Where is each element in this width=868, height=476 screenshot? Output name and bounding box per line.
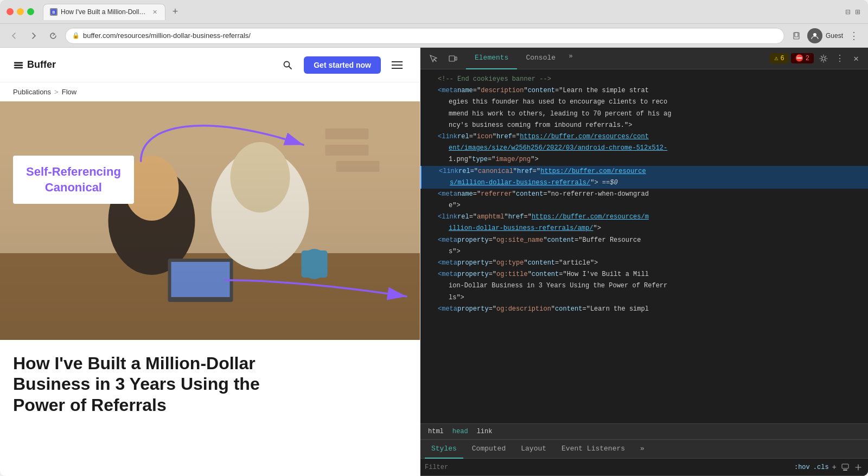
warning-count: 6 bbox=[781, 55, 784, 62]
more-options-icon[interactable]: ⋮ bbox=[846, 28, 861, 43]
filter-options: :hov .cls + bbox=[794, 463, 837, 472]
hero-image-simulation: Self-ReferencingCanonical bbox=[0, 101, 420, 340]
amphtml-href-link[interactable]: https://buffer.com/resources/m bbox=[532, 212, 649, 222]
tab-close-button[interactable]: ✕ bbox=[151, 8, 158, 16]
maximize-traffic-light[interactable] bbox=[27, 8, 34, 15]
device-toolbar-tool[interactable] bbox=[444, 50, 462, 67]
website-panel: Buffer Get started now Publications > Fl… bbox=[0, 48, 420, 476]
devtools-header-right: ⚠ 6 ⛔ 2 ⋮ ✕ bbox=[765, 51, 868, 66]
canonical-code-line: <link rel="canonical" href="https://buff… bbox=[420, 166, 868, 177]
code-line: <meta property="og:description" content=… bbox=[420, 304, 868, 315]
tab-more-lower[interactable]: » bbox=[634, 439, 651, 459]
lock-icon: 🔒 bbox=[72, 32, 80, 39]
svg-point-26 bbox=[822, 57, 825, 60]
devtools-bottom: html head link Styles Computed Layout Ev… bbox=[420, 423, 868, 476]
warning-badge[interactable]: ⚠ 6 bbox=[770, 53, 788, 63]
amphtml-href-link-cont[interactable]: illion-dollar-business-referrals/amp/ bbox=[449, 223, 593, 234]
filter-cls[interactable]: .cls bbox=[813, 464, 829, 471]
breadcrumb-html[interactable]: html bbox=[425, 427, 447, 436]
svg-rect-24 bbox=[449, 56, 455, 61]
tab-computed[interactable]: Computed bbox=[465, 439, 512, 459]
code-line: ls"> bbox=[420, 292, 868, 304]
tab-console[interactable]: Console bbox=[517, 48, 564, 69]
tab-styles[interactable]: Styles bbox=[425, 439, 463, 459]
code-line: mmend his work to others, leading to 70 … bbox=[420, 108, 868, 120]
url-text: buffer.com/resources/million-dollar-busi… bbox=[83, 31, 777, 40]
filter-icons bbox=[840, 462, 864, 473]
tab-elements[interactable]: Elements bbox=[466, 48, 517, 69]
svg-rect-10 bbox=[0, 253, 420, 340]
devtools-filter-bar: :hov .cls + bbox=[420, 459, 868, 476]
canonical-href-link[interactable]: https://buffer.com/resource bbox=[540, 166, 646, 177]
breadcrumb-current: Flow bbox=[62, 88, 76, 96]
buffer-logo-icon bbox=[13, 60, 24, 70]
title-bar: B How I've Built a Million-Dollar... ✕ +… bbox=[0, 0, 868, 24]
devtools-close-button[interactable]: ✕ bbox=[848, 51, 864, 66]
code-line: <link rel="amphtml" href="https://buffer… bbox=[420, 211, 868, 223]
link-icon-href[interactable]: https://buffer.com/resources/cont bbox=[520, 132, 649, 142]
close-traffic-light[interactable] bbox=[7, 8, 14, 15]
menu-line-1 bbox=[392, 61, 403, 62]
back-button[interactable] bbox=[7, 28, 22, 43]
devtools-more-icon[interactable]: ⋮ bbox=[833, 51, 846, 66]
code-line: <!-- End cookieyes banner --> bbox=[420, 74, 868, 85]
address-bar[interactable]: 🔒 buffer.com/resources/million-dollar-bu… bbox=[65, 28, 784, 44]
breadcrumb-link[interactable]: link bbox=[474, 427, 496, 436]
svg-rect-20 bbox=[326, 145, 369, 156]
hamburger-menu-button[interactable] bbox=[387, 55, 407, 75]
nav-actions: Guest ⋮ bbox=[789, 28, 861, 43]
active-tab[interactable]: B How I've Built a Million-Dollar... ✕ bbox=[43, 4, 165, 20]
svg-text:B: B bbox=[52, 10, 55, 14]
breadcrumb-publications[interactable]: Publications bbox=[13, 88, 51, 96]
error-badge[interactable]: ⛔ 2 bbox=[791, 53, 814, 63]
devtools-tools bbox=[420, 50, 466, 67]
get-started-button[interactable]: Get started now bbox=[304, 56, 381, 74]
filter-hov[interactable]: :hov bbox=[794, 464, 810, 471]
search-button[interactable] bbox=[278, 55, 297, 75]
tab-bar: B How I've Built a Million-Dollar... ✕ + bbox=[43, 4, 840, 20]
filter-plus-icon[interactable]: + bbox=[832, 463, 837, 472]
minimize-window-icon[interactable]: ⊟ bbox=[844, 8, 852, 16]
svg-rect-25 bbox=[455, 57, 457, 60]
code-line: <meta name="referrer" content="no-referr… bbox=[420, 189, 868, 200]
bookmark-icon[interactable] bbox=[789, 28, 804, 43]
article-title: How I've Built a Million-DollarBusiness … bbox=[0, 340, 420, 415]
new-tab-button[interactable]: + bbox=[168, 4, 183, 20]
hero-image-svg bbox=[0, 101, 420, 340]
code-line: s"> bbox=[420, 246, 868, 258]
warning-icon: ⚠ bbox=[774, 54, 778, 62]
inspect-element-tool[interactable] bbox=[425, 50, 442, 67]
filter-icon-2[interactable] bbox=[853, 462, 864, 473]
filter-input[interactable] bbox=[425, 464, 791, 471]
filter-icon-1[interactable] bbox=[840, 462, 851, 473]
tab-layout[interactable]: Layout bbox=[514, 439, 553, 459]
code-line: <meta name="description" content="Learn … bbox=[420, 85, 868, 97]
minimize-traffic-light[interactable] bbox=[17, 8, 24, 15]
fullscreen-window-icon[interactable]: ⊞ bbox=[854, 8, 861, 16]
code-line: ion-Dollar Business in 3 Years Using the… bbox=[420, 280, 868, 292]
svg-rect-27 bbox=[842, 464, 848, 468]
svg-rect-21 bbox=[336, 161, 380, 172]
code-line: <meta property="og:site_name" content="B… bbox=[420, 235, 868, 246]
refresh-button[interactable] bbox=[46, 28, 61, 43]
svg-rect-3 bbox=[795, 33, 798, 37]
content-area: Buffer Get started now Publications > Fl… bbox=[0, 48, 868, 476]
code-line: egies this founder has used to encourage… bbox=[420, 97, 868, 108]
code-line: <link rel="icon" href="https://buffer.co… bbox=[420, 131, 868, 143]
breadcrumb-head[interactable]: head bbox=[449, 427, 471, 436]
account-button[interactable] bbox=[807, 28, 822, 43]
code-line: <meta property="og:type" content="articl… bbox=[420, 258, 868, 269]
more-tabs-button[interactable]: » bbox=[564, 48, 577, 65]
svg-rect-19 bbox=[326, 128, 369, 139]
svg-rect-7 bbox=[14, 67, 23, 68]
forward-button[interactable] bbox=[26, 28, 41, 43]
canonical-href-link-cont[interactable]: s/million-dollar-business-referrals/ bbox=[450, 178, 590, 188]
nav-bar: 🔒 buffer.com/resources/million-dollar-bu… bbox=[0, 24, 868, 48]
tab-event-listeners[interactable]: Event Listeners bbox=[555, 439, 631, 459]
link-icon-href-cont[interactable]: ent/images/size/w256h256/2022/03/android… bbox=[449, 143, 667, 153]
svg-rect-28 bbox=[843, 469, 847, 471]
svg-point-14 bbox=[231, 142, 290, 213]
devtools-settings-icon[interactable] bbox=[816, 51, 831, 66]
svg-point-13 bbox=[212, 150, 309, 269]
devtools-tabs: Elements Console » bbox=[466, 48, 765, 69]
